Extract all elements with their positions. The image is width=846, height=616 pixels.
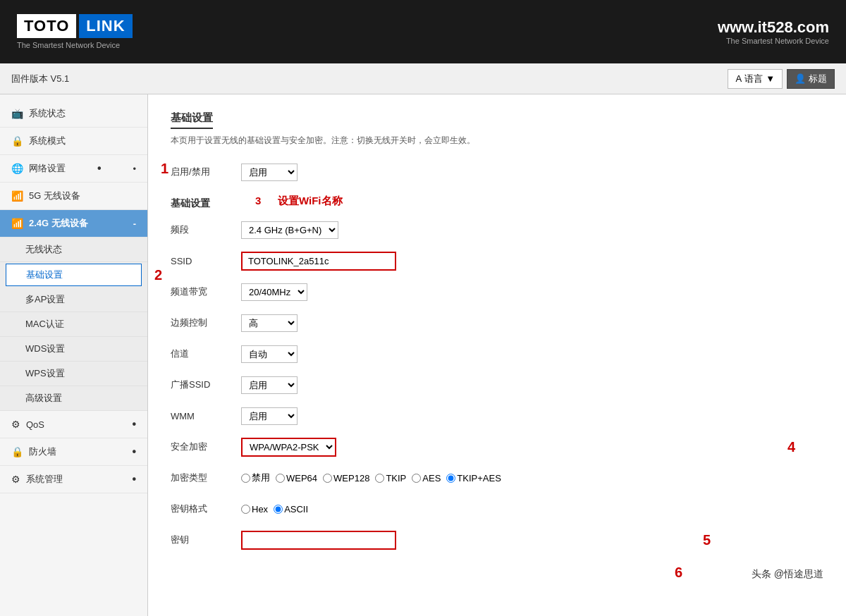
wmm-label: WMM	[171, 411, 241, 421]
bandwidth-select[interactable]: 20/40MHz 20MHz	[241, 283, 307, 301]
ssid-input-wrap[interactable]	[241, 252, 396, 271]
logo-link: LINK	[79, 14, 132, 38]
sidebar-label-5g: 5G 无线设备	[29, 190, 80, 202]
footer-area: 6 头条 @悟途思道	[171, 568, 823, 581]
chevron-down-icon: ▼	[766, 73, 775, 84]
sidebar-label-firewall: 防火墙	[29, 445, 56, 458]
bandwidth-select-wrap[interactable]: 20/40MHz 20MHz	[241, 283, 307, 301]
sidebar-label-system-status: 系统状态	[29, 107, 66, 120]
security-select-wrap[interactable]: WPA/WPA2-PSK WPA WPA2 禁用	[241, 438, 336, 457]
ssid-group: SSID	[171, 250, 823, 272]
channel-ctrl-select-wrap[interactable]: 高 低	[241, 314, 298, 332]
enc-tkip[interactable]: TKIP	[375, 473, 406, 483]
sidebar-label-network: 网络设置	[29, 162, 66, 175]
frequency-select-wrap[interactable]: 2.4 GHz (B+G+N) 2.4 GHz (B+G) 2.4 GHz (B…	[241, 221, 338, 239]
kf-hex-label: Hex	[252, 504, 268, 515]
shield-icon: 🔒	[11, 446, 23, 457]
sidebar-sub-basic-settings[interactable]: 基础设置 2	[6, 264, 142, 286]
header: TOTO LINK The Smartest Network Device ww…	[0, 0, 846, 63]
enable-select[interactable]: 启用 禁用	[241, 164, 298, 181]
sidebar-item-system-mgmt[interactable]: ⚙ 系统管理 •	[0, 466, 147, 493]
password-input-wrap[interactable]	[241, 531, 396, 550]
header-right: www.it528.com The Smartest Network Devic…	[718, 18, 829, 45]
page-desc: 本页用于设置无线的基础设置与安全加密。注意：切换无线开关时，会立即生效。	[171, 135, 823, 147]
sidebar-sub-advanced[interactable]: 高级设置	[0, 386, 147, 411]
password-label: 密钥	[171, 534, 241, 546]
wifi-5g-icon: 📶	[11, 190, 23, 202]
kf-ascii[interactable]: ASCII	[274, 504, 308, 515]
sidebar-label-system-mgmt: 系统管理	[26, 473, 63, 486]
2_4g-arrow: -	[133, 218, 136, 229]
logout-label: 标题	[809, 73, 827, 85]
settings-icon: ⚙	[11, 474, 20, 485]
sidebar-sub-multi-ap[interactable]: 多AP设置	[0, 288, 147, 312]
sidebar: 📺 系统状态 🔒 系统模式 🌐 网络设置 • 1 📶 5G 无线设备 📶	[0, 94, 148, 616]
sidebar-item-5g[interactable]: 📶 5G 无线设备	[0, 183, 147, 210]
ssid-label: SSID	[171, 256, 241, 266]
main-layout: 📺 系统状态 🔒 系统模式 🌐 网络设置 • 1 📶 5G 无线设备 📶	[0, 94, 846, 616]
broadcast-ssid-group: 广播SSID 启用 禁用	[171, 374, 823, 396]
logout-button[interactable]: 👤 标题	[787, 69, 835, 89]
sidebar-sub-wireless-status[interactable]: 无线状态	[0, 238, 147, 262]
wmm-select[interactable]: 启用 禁用	[241, 407, 298, 425]
globe-icon: 🌐	[11, 163, 23, 174]
logo-toto: TOTO	[17, 14, 76, 38]
sidebar-item-firewall[interactable]: 🔒 防火墙 •	[0, 438, 147, 466]
channel-select[interactable]: 自动 1 6 11	[241, 345, 298, 363]
firmware-version: 固件版本 V5.1	[11, 73, 69, 85]
wmm-group: WMM 启用 禁用	[171, 405, 823, 427]
sidebar-sub-mac-auth[interactable]: MAC认证	[0, 312, 147, 337]
annotation-3-num: 3	[255, 195, 261, 207]
enc-wep64[interactable]: WEP64	[276, 473, 317, 483]
wmm-select-wrap[interactable]: 启用 禁用	[241, 407, 298, 425]
wifi-name-hint: 设置WiFi名称	[278, 195, 343, 208]
security-select[interactable]: WPA/WPA2-PSK WPA WPA2 禁用	[241, 438, 336, 457]
sidebar-label-system-mode: 系统模式	[29, 135, 66, 147]
sidebar-item-system-mode[interactable]: 🔒 系统模式	[0, 128, 147, 155]
enc-disabled[interactable]: 禁用	[241, 472, 270, 484]
qos-dot: •	[132, 418, 136, 431]
security-label: 安全加密	[171, 441, 241, 453]
frequency-select[interactable]: 2.4 GHz (B+G+N) 2.4 GHz (B+G) 2.4 GHz (B…	[241, 221, 338, 239]
channel-ctrl-select[interactable]: 高 低	[241, 314, 298, 332]
password-input[interactable]	[241, 531, 396, 550]
basic-section-title: 基础设置	[171, 197, 823, 210]
sidebar-item-system-status[interactable]: 📺 系统状态	[0, 100, 147, 128]
enable-select-wrap[interactable]: 启用 禁用	[241, 164, 298, 181]
sidebar-label-2_4g: 2.4G 无线设备	[29, 217, 88, 230]
key-format-group: 密钥格式 Hex ASCII	[171, 498, 823, 520]
broadcast-ssid-select[interactable]: 启用 禁用	[241, 376, 298, 394]
broadcast-ssid-select-wrap[interactable]: 启用 禁用	[241, 376, 298, 394]
basic-section-header: 基础设置 3 设置WiFi名称	[171, 197, 823, 210]
site-url: www.it528.com	[718, 18, 829, 37]
enc-tkip-aes[interactable]: TKIP+AES	[446, 473, 501, 483]
ssid-input[interactable]	[241, 252, 396, 271]
sidebar-sub-wds[interactable]: WDS设置	[0, 337, 147, 362]
enc-aes[interactable]: AES	[412, 473, 441, 483]
sidebar-sub-2_4g: 无线状态 基础设置 2 多AP设置 MAC认证 WDS设置 WPS设置 高级设置	[0, 238, 147, 411]
page-title: 基础设置	[171, 111, 213, 129]
annotation-4: 4	[787, 439, 795, 455]
sidebar-sub-wps[interactable]: WPS设置	[0, 362, 147, 386]
wifi-2_4g-icon: 📶	[11, 218, 23, 229]
lock-icon: 🔒	[11, 135, 23, 147]
site-tagline: The Smartest Network Device	[718, 37, 829, 45]
sidebar-item-2_4g[interactable]: 📶 2.4G 无线设备 -	[0, 210, 147, 238]
lang-label: 语言	[744, 73, 763, 85]
toolbar: 固件版本 V5.1 A 语言 ▼ 👤 标题	[0, 63, 846, 94]
sidebar-item-qos[interactable]: ⚙ QoS •	[0, 411, 147, 438]
channel-ctrl-group: 边频控制 高 低	[171, 312, 823, 334]
enable-group: 启用/禁用 启用 禁用	[171, 161, 823, 183]
broadcast-ssid-label: 广播SSID	[171, 378, 241, 391]
annotation-6: 6	[675, 565, 682, 581]
kf-hex[interactable]: Hex	[241, 504, 268, 515]
encryption-type-label: 加密类型	[171, 472, 241, 484]
language-button[interactable]: A 语言 ▼	[728, 69, 783, 89]
channel-select-wrap[interactable]: 自动 1 6 11	[241, 345, 298, 363]
sidebar-item-network[interactable]: 🌐 网络设置 • 1	[0, 155, 147, 183]
mgmt-dot: •	[132, 473, 136, 486]
password-group: 密钥 5	[171, 529, 823, 551]
logo-tagline: The Smartest Network Device	[17, 41, 120, 49]
enc-wep128[interactable]: WEP128	[323, 473, 369, 483]
lang-icon: A	[735, 73, 742, 84]
